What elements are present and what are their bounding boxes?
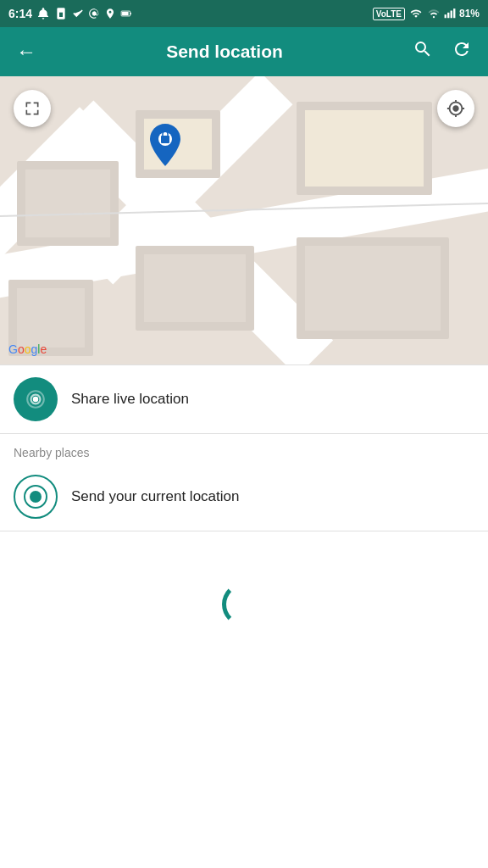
refresh-button[interactable] <box>449 39 474 64</box>
location-status-icon <box>104 8 116 19</box>
google-logo: Google <box>8 342 47 356</box>
back-button[interactable]: ← <box>14 40 39 64</box>
svg-rect-24 <box>305 246 441 331</box>
battery-status-icon <box>120 8 132 19</box>
svg-rect-3 <box>130 13 131 14</box>
battery-percent: 81% <box>459 8 480 19</box>
location-options-list: Share live location Nearby places Send y… <box>0 364 488 531</box>
svg-rect-29 <box>161 136 169 143</box>
sim-icon <box>54 7 68 20</box>
status-time: 6:14 <box>8 7 32 20</box>
check-icon <box>72 8 84 19</box>
svg-rect-22 <box>144 254 246 322</box>
svg-rect-16 <box>25 170 110 237</box>
share-live-location-item[interactable]: Share live location <box>0 365 488 433</box>
at-icon <box>88 8 100 19</box>
location-pin <box>148 124 182 174</box>
current-location-radio-icon <box>14 475 58 519</box>
signal-bars-icon <box>444 8 456 19</box>
nearby-places-header: Nearby places <box>0 434 488 463</box>
svg-rect-4 <box>122 12 129 15</box>
svg-point-5 <box>433 16 435 18</box>
svg-rect-20 <box>305 110 424 186</box>
my-location-button[interactable] <box>437 90 474 127</box>
toolbar: ← Send location <box>0 27 488 76</box>
share-live-location-label: Share live location <box>71 391 189 408</box>
svg-rect-7 <box>447 13 449 18</box>
expand-map-button[interactable] <box>14 90 51 127</box>
notification-icon <box>36 7 50 20</box>
map-view[interactable]: Google <box>0 76 488 364</box>
spinner <box>222 582 266 626</box>
svg-rect-6 <box>445 14 446 18</box>
wifi-icon <box>408 8 424 19</box>
live-location-icon <box>14 377 58 421</box>
loading-indicator <box>0 531 488 677</box>
status-bar: 6:14 VoLTE 81% <box>0 0 488 27</box>
signal-icon <box>427 8 441 19</box>
volte-badge: VoLTE <box>373 8 405 20</box>
send-current-location-item[interactable]: Send your current location <box>0 463 488 531</box>
svg-point-30 <box>33 397 39 403</box>
svg-rect-9 <box>453 8 455 18</box>
send-current-location-label: Send your current location <box>71 488 239 505</box>
svg-rect-26 <box>17 288 85 348</box>
page-title: Send location <box>53 42 396 62</box>
svg-rect-1 <box>59 13 63 17</box>
svg-rect-8 <box>451 11 452 19</box>
search-button[interactable] <box>410 39 435 64</box>
